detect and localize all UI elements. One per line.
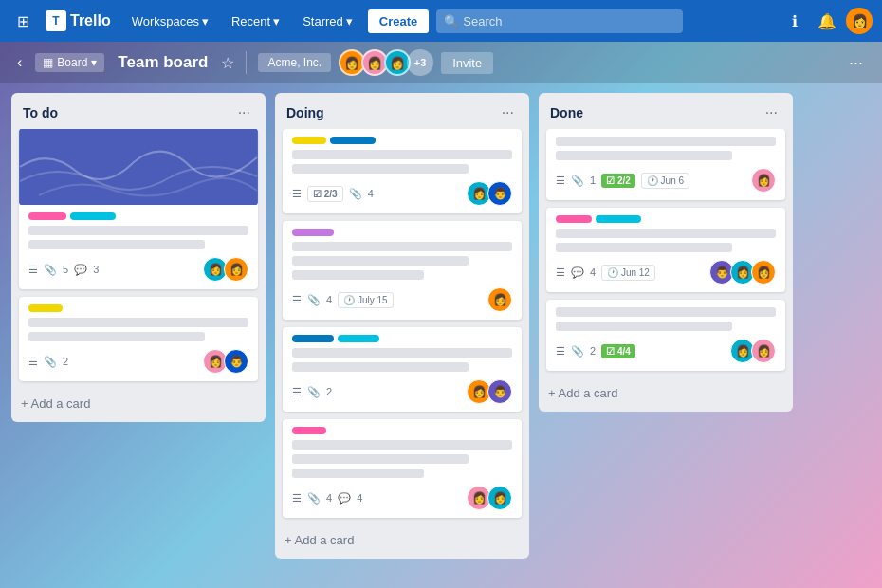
card-doing-3[interactable]: ☰ 📎 2 👩 👨 <box>283 327 522 412</box>
card-meta: ☰ 📎 2 👩 👨 <box>28 349 248 374</box>
card-todo-1[interactable]: ☰ 📎 5 💬 3 👩 👩 <box>19 129 258 289</box>
card-avatar[interactable]: 👩 <box>751 168 776 193</box>
list-cards-doing: ☰ ☑ 2/3 📎 4 👩 👨 <box>275 129 529 525</box>
card-text-line <box>28 332 205 341</box>
label-pink <box>28 212 66 220</box>
comment-icon: 💬 <box>338 492 351 505</box>
card-doing-2[interactable]: ☰ 📎 4 🕐 July 15 👩 <box>283 221 522 320</box>
member-avatars: 👩 👩 👩 +3 <box>339 49 433 76</box>
search-input[interactable] <box>436 9 683 33</box>
back-button[interactable]: ‹ <box>11 50 28 75</box>
card-avatar[interactable]: 👩 <box>224 257 248 282</box>
card-avatar[interactable]: 👩 <box>487 486 512 510</box>
card-text-line <box>292 256 469 266</box>
card-todo-2[interactable]: ☰ 📎 2 👩 👨 <box>19 297 258 381</box>
check-badge-green: ☑ 4/4 <box>601 344 635 358</box>
workspace-badge[interactable]: Acme, Inc. <box>258 53 331 72</box>
grid-menu-button[interactable]: ⊞ <box>9 8 36 34</box>
card-avatar[interactable]: 👨 <box>487 181 512 206</box>
notifications-button[interactable]: 🔔 <box>814 8 840 34</box>
card-avatar[interactable]: 👩 <box>751 339 776 363</box>
workspaces-menu[interactable]: Workspaces ▾ <box>124 10 216 32</box>
card-meta: ☰ 📎 4 🕐 July 15 👩 <box>292 287 512 312</box>
card-avatar[interactable]: 👩 <box>751 260 776 285</box>
check-badge-green: ☑ 2/2 <box>601 174 635 188</box>
user-avatar[interactable]: 👩 <box>846 8 873 34</box>
label-cyan <box>70 212 116 220</box>
card-text-line <box>292 242 512 251</box>
card-doing-4[interactable]: ☰ 📎 4 💬 4 👩 👩 <box>283 419 522 518</box>
card-done-2[interactable]: ☰ 💬 4 🕐 Jun 12 👨 👩 👩 <box>546 208 785 292</box>
more-members-badge[interactable]: +3 <box>407 49 433 76</box>
card-text-line <box>556 137 776 146</box>
card-avatars: 👨 👩 👩 <box>709 260 776 285</box>
trello-logo: T Trello <box>46 10 111 31</box>
label-yellow <box>292 137 326 144</box>
board-title: Team board <box>112 53 213 72</box>
attach-count: 4 <box>326 492 332 504</box>
card-done-3[interactable]: ☰ 📎 2 ☑ 4/4 👩 👩 <box>546 300 785 371</box>
list-cards-todo: ☰ 📎 5 💬 3 👩 👩 <box>11 129 266 389</box>
add-card-button-todo[interactable]: + Add a card <box>11 389 266 418</box>
attach-icon: 📎 <box>571 345 584 358</box>
list-more-done[interactable]: ··· <box>762 102 781 123</box>
attach-count: 4 <box>326 294 332 305</box>
create-button[interactable]: Create <box>368 9 429 33</box>
card-avatar[interactable]: 👨 <box>224 349 248 374</box>
invite-button[interactable]: Invite <box>441 52 493 74</box>
card-labels <box>28 304 248 312</box>
top-navigation: ⊞ T Trello Workspaces ▾ Recent ▾ Starred… <box>0 0 882 42</box>
info-button[interactable]: ℹ <box>781 8 808 34</box>
comment-count: 4 <box>590 266 596 278</box>
trello-logo-box: T <box>46 10 66 31</box>
attach-icon: 📎 <box>307 294 321 306</box>
card-doing-1[interactable]: ☰ ☑ 2/3 📎 4 👩 👨 <box>283 129 522 213</box>
due-date-badge: 🕐 July 15 <box>338 292 393 308</box>
board-view-badge[interactable]: ▦ Board ▾ <box>35 53 104 72</box>
card-avatars: 👩 👨 <box>467 379 512 404</box>
card-avatars: 👩 <box>487 287 512 312</box>
list-more-todo[interactable]: ··· <box>234 102 254 123</box>
comment-icon: 💬 <box>74 264 87 276</box>
attach-count: 4 <box>368 188 374 199</box>
attach-count: 1 <box>590 175 596 186</box>
attach-icon: 📎 <box>349 188 362 200</box>
recent-menu[interactable]: Recent ▾ <box>224 10 287 32</box>
card-meta: ☰ 📎 2 👩 👨 <box>292 379 512 404</box>
card-meta: ☰ 📎 5 💬 3 👩 👩 <box>28 257 248 282</box>
search-wrapper: 🔍 <box>436 9 683 33</box>
card-labels <box>28 212 248 220</box>
card-text-line <box>292 270 424 280</box>
board-more-button[interactable]: ··· <box>841 49 871 77</box>
add-card-button-doing[interactable]: + Add a card <box>275 525 529 555</box>
card-avatar[interactable]: 👨 <box>487 379 512 404</box>
list-title-done: Done <box>550 105 583 120</box>
attach-icon: 📎 <box>44 264 57 276</box>
list-title-todo: To do <box>23 105 58 120</box>
card-meta: ☰ 📎 1 ☑ 2/2 🕐 Jun 6 👩 <box>556 168 776 193</box>
label-pink <box>556 215 592 223</box>
menu-icon: ☰ <box>292 492 302 505</box>
attach-count: 2 <box>590 345 596 357</box>
menu-icon: ☰ <box>292 294 302 306</box>
card-avatars: 👩 👨 <box>467 181 512 206</box>
list-header-doing: Doing ··· <box>275 93 529 129</box>
list-title-doing: Doing <box>286 105 324 120</box>
attach-icon: 📎 <box>307 386 321 398</box>
card-text-line <box>556 229 776 238</box>
star-button[interactable]: ☆ <box>221 54 234 72</box>
label-blue <box>292 335 334 342</box>
starred-menu[interactable]: Starred ▾ <box>295 10 360 32</box>
card-meta: ☰ 📎 4 💬 4 👩 👩 <box>292 486 512 510</box>
list-header-done: Done ··· <box>539 93 793 129</box>
card-labels <box>292 229 512 236</box>
list-more-doing[interactable]: ··· <box>498 102 518 123</box>
card-avatar[interactable]: 👩 <box>487 287 512 312</box>
card-done-1[interactable]: ☰ 📎 1 ☑ 2/2 🕐 Jun 6 👩 <box>546 129 785 200</box>
add-card-button-done[interactable]: + Add a card <box>539 378 793 408</box>
board-content: To do ··· <box>0 83 882 588</box>
attach-icon: 📎 <box>571 175 584 187</box>
nav-right-actions: ℹ 🔔 👩 <box>781 8 873 34</box>
board-label: Board <box>57 56 87 69</box>
check-badge: ☑ 2/3 <box>307 186 343 202</box>
